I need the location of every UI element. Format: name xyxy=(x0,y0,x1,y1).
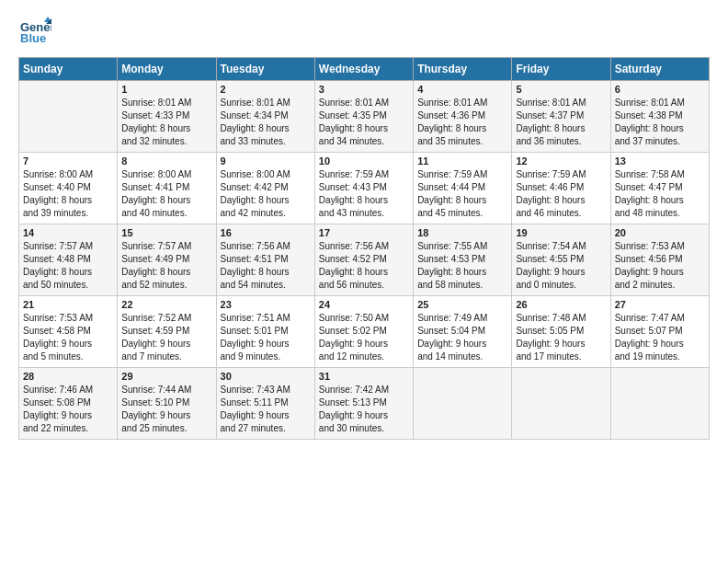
logo-icon: General Blue xyxy=(18,15,51,48)
logo: General Blue xyxy=(18,15,55,48)
calendar-cell: 17Sunrise: 7:56 AM Sunset: 4:52 PM Dayli… xyxy=(314,224,413,296)
day-info: Sunrise: 8:01 AM Sunset: 4:35 PM Dayligh… xyxy=(319,97,409,148)
day-number: 29 xyxy=(121,371,211,382)
day-info: Sunrise: 7:50 AM Sunset: 5:02 PM Dayligh… xyxy=(319,312,409,363)
day-number: 10 xyxy=(319,155,409,167)
header-thursday: Thursday xyxy=(414,58,512,81)
day-number: 21 xyxy=(23,299,113,310)
calendar-cell: 9Sunrise: 8:00 AM Sunset: 4:42 PM Daylig… xyxy=(216,153,314,224)
day-number: 8 xyxy=(121,155,211,167)
page-container: General Blue SundayMondayTuesdayWednesda… xyxy=(0,0,728,449)
calendar-cell: 28Sunrise: 7:46 AM Sunset: 5:08 PM Dayli… xyxy=(19,368,118,440)
day-info: Sunrise: 8:01 AM Sunset: 4:38 PM Dayligh… xyxy=(615,97,705,148)
calendar-cell: 6Sunrise: 8:01 AM Sunset: 4:38 PM Daylig… xyxy=(610,81,709,153)
day-info: Sunrise: 7:59 AM Sunset: 4:44 PM Dayligh… xyxy=(417,168,507,220)
week-row-2: 14Sunrise: 7:57 AM Sunset: 4:48 PM Dayli… xyxy=(19,224,710,296)
week-row-1: 7Sunrise: 8:00 AM Sunset: 4:40 PM Daylig… xyxy=(19,153,710,224)
calendar-cell: 26Sunrise: 7:48 AM Sunset: 5:05 PM Dayli… xyxy=(512,296,610,368)
svg-text:Blue: Blue xyxy=(20,31,46,45)
day-number: 18 xyxy=(417,227,507,238)
calendar-cell: 15Sunrise: 7:57 AM Sunset: 4:49 PM Dayli… xyxy=(118,224,216,296)
day-info: Sunrise: 7:52 AM Sunset: 4:59 PM Dayligh… xyxy=(121,312,211,363)
calendar-header-row: SundayMondayTuesdayWednesdayThursdayFrid… xyxy=(19,58,710,81)
day-info: Sunrise: 7:57 AM Sunset: 4:48 PM Dayligh… xyxy=(23,240,113,292)
calendar-cell xyxy=(414,368,512,440)
calendar-cell: 25Sunrise: 7:49 AM Sunset: 5:04 PM Dayli… xyxy=(414,296,512,368)
calendar-table: SundayMondayTuesdayWednesdayThursdayFrid… xyxy=(18,57,710,440)
day-info: Sunrise: 7:56 AM Sunset: 4:51 PM Dayligh… xyxy=(221,240,311,292)
day-info: Sunrise: 7:54 AM Sunset: 4:55 PM Dayligh… xyxy=(516,240,606,292)
day-number: 19 xyxy=(516,227,606,238)
day-info: Sunrise: 8:01 AM Sunset: 4:34 PM Dayligh… xyxy=(221,97,311,148)
calendar-cell: 16Sunrise: 7:56 AM Sunset: 4:51 PM Dayli… xyxy=(216,224,314,296)
day-number: 22 xyxy=(121,299,211,310)
day-info: Sunrise: 7:44 AM Sunset: 5:10 PM Dayligh… xyxy=(121,384,211,435)
day-info: Sunrise: 7:58 AM Sunset: 4:47 PM Dayligh… xyxy=(615,168,705,220)
day-number: 17 xyxy=(319,227,409,238)
calendar-cell: 11Sunrise: 7:59 AM Sunset: 4:44 PM Dayli… xyxy=(414,153,512,224)
day-info: Sunrise: 8:00 AM Sunset: 4:42 PM Dayligh… xyxy=(221,168,311,220)
day-info: Sunrise: 8:01 AM Sunset: 4:37 PM Dayligh… xyxy=(516,97,606,148)
day-number: 6 xyxy=(615,84,705,95)
day-number: 24 xyxy=(319,299,409,310)
day-number: 14 xyxy=(23,227,113,238)
day-number: 2 xyxy=(221,84,311,95)
day-number: 31 xyxy=(319,371,409,382)
week-row-4: 28Sunrise: 7:46 AM Sunset: 5:08 PM Dayli… xyxy=(19,368,710,440)
calendar-cell: 22Sunrise: 7:52 AM Sunset: 4:59 PM Dayli… xyxy=(118,296,216,368)
calendar-cell: 30Sunrise: 7:43 AM Sunset: 5:11 PM Dayli… xyxy=(216,368,314,440)
header-sunday: Sunday xyxy=(19,58,118,81)
calendar-cell: 3Sunrise: 8:01 AM Sunset: 4:35 PM Daylig… xyxy=(314,81,413,153)
header-tuesday: Tuesday xyxy=(216,58,314,81)
calendar-cell: 10Sunrise: 7:59 AM Sunset: 4:43 PM Dayli… xyxy=(314,153,413,224)
day-info: Sunrise: 7:42 AM Sunset: 5:13 PM Dayligh… xyxy=(319,384,409,435)
day-number: 9 xyxy=(221,155,311,167)
calendar-cell: 4Sunrise: 8:01 AM Sunset: 4:36 PM Daylig… xyxy=(414,81,512,153)
day-info: Sunrise: 8:00 AM Sunset: 4:40 PM Dayligh… xyxy=(23,168,113,220)
day-number: 3 xyxy=(319,84,409,95)
day-number: 5 xyxy=(516,84,606,95)
day-info: Sunrise: 7:53 AM Sunset: 4:56 PM Dayligh… xyxy=(615,240,705,292)
day-info: Sunrise: 8:00 AM Sunset: 4:41 PM Dayligh… xyxy=(121,168,211,220)
calendar-cell: 19Sunrise: 7:54 AM Sunset: 4:55 PM Dayli… xyxy=(512,224,610,296)
day-info: Sunrise: 7:47 AM Sunset: 5:07 PM Dayligh… xyxy=(615,312,705,363)
day-info: Sunrise: 7:53 AM Sunset: 4:58 PM Dayligh… xyxy=(23,312,113,363)
header-saturday: Saturday xyxy=(610,58,709,81)
day-number: 25 xyxy=(417,299,507,310)
header: General Blue xyxy=(18,15,710,48)
calendar-cell: 2Sunrise: 8:01 AM Sunset: 4:34 PM Daylig… xyxy=(216,81,314,153)
day-info: Sunrise: 7:43 AM Sunset: 5:11 PM Dayligh… xyxy=(221,384,311,435)
calendar-cell: 1Sunrise: 8:01 AM Sunset: 4:33 PM Daylig… xyxy=(118,81,216,153)
calendar-cell xyxy=(19,81,118,153)
calendar-cell: 31Sunrise: 7:42 AM Sunset: 5:13 PM Dayli… xyxy=(314,368,413,440)
header-monday: Monday xyxy=(118,58,216,81)
calendar-cell: 12Sunrise: 7:59 AM Sunset: 4:46 PM Dayli… xyxy=(512,153,610,224)
day-info: Sunrise: 7:59 AM Sunset: 4:46 PM Dayligh… xyxy=(516,168,606,220)
day-info: Sunrise: 7:59 AM Sunset: 4:43 PM Dayligh… xyxy=(319,168,409,220)
day-number: 12 xyxy=(516,155,606,167)
header-wednesday: Wednesday xyxy=(314,58,413,81)
day-number: 4 xyxy=(417,84,507,95)
calendar-cell: 24Sunrise: 7:50 AM Sunset: 5:02 PM Dayli… xyxy=(314,296,413,368)
day-info: Sunrise: 7:55 AM Sunset: 4:53 PM Dayligh… xyxy=(417,240,507,292)
day-number: 27 xyxy=(615,299,705,310)
day-info: Sunrise: 7:57 AM Sunset: 4:49 PM Dayligh… xyxy=(121,240,211,292)
day-info: Sunrise: 7:49 AM Sunset: 5:04 PM Dayligh… xyxy=(417,312,507,363)
day-info: Sunrise: 8:01 AM Sunset: 4:33 PM Dayligh… xyxy=(121,97,211,148)
day-info: Sunrise: 7:56 AM Sunset: 4:52 PM Dayligh… xyxy=(319,240,409,292)
day-number: 7 xyxy=(23,155,113,167)
day-number: 11 xyxy=(417,155,507,167)
day-number: 23 xyxy=(221,299,311,310)
day-number: 28 xyxy=(23,371,113,382)
week-row-0: 1Sunrise: 8:01 AM Sunset: 4:33 PM Daylig… xyxy=(19,81,710,153)
day-number: 15 xyxy=(121,227,211,238)
calendar-cell: 20Sunrise: 7:53 AM Sunset: 4:56 PM Dayli… xyxy=(610,224,709,296)
day-number: 1 xyxy=(121,84,211,95)
day-number: 13 xyxy=(615,155,705,167)
calendar-cell: 21Sunrise: 7:53 AM Sunset: 4:58 PM Dayli… xyxy=(19,296,118,368)
day-info: Sunrise: 8:01 AM Sunset: 4:36 PM Dayligh… xyxy=(417,97,507,148)
day-number: 26 xyxy=(516,299,606,310)
calendar-cell: 14Sunrise: 7:57 AM Sunset: 4:48 PM Dayli… xyxy=(19,224,118,296)
day-info: Sunrise: 7:51 AM Sunset: 5:01 PM Dayligh… xyxy=(221,312,311,363)
calendar-cell: 7Sunrise: 8:00 AM Sunset: 4:40 PM Daylig… xyxy=(19,153,118,224)
